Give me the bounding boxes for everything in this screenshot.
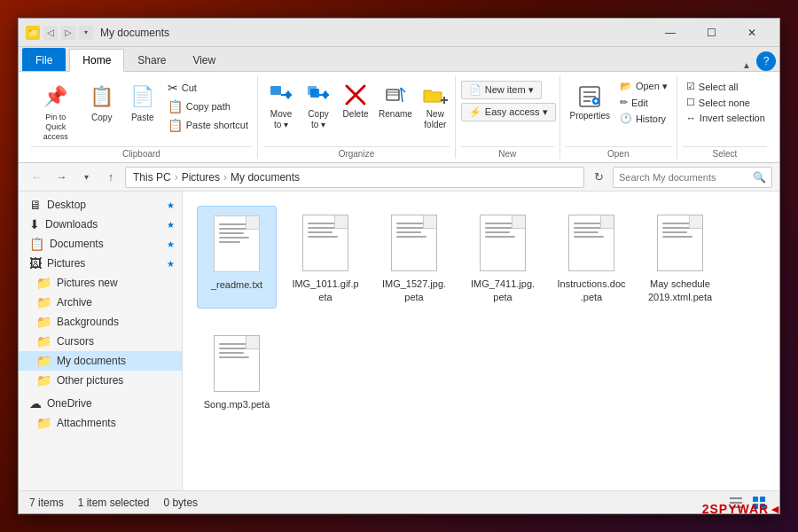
copy-to-button[interactable]: Copyto ▾ [301,79,336,132]
file-item-song[interactable]: Song.mp3.peta [197,326,277,416]
search-icon: 🔍 [753,171,766,184]
recent-locations-button[interactable]: ▾ [75,167,97,188]
history-icon: 🕐 [620,113,632,124]
close-button[interactable]: ✕ [732,19,772,47]
tab-file[interactable]: File [22,48,66,71]
cut-button[interactable]: ✂ Cut [164,79,252,97]
new-item-label: New item ▾ [485,84,534,96]
path-this-pc: This PC [133,171,171,184]
file-item-readme[interactable]: _readme.txt [197,206,277,309]
file-icon-instructions [563,211,620,275]
sidebar-item-my-documents[interactable]: 📁 My documents [19,351,182,371]
selected-count: 1 item selected [78,497,150,509]
address-path[interactable]: This PC › Pictures › My documents [125,167,584,188]
copy-button[interactable]: 📋 Copy [82,79,121,126]
edit-icon: ✏ [620,97,628,108]
edit-label: Edit [631,98,648,108]
svg-rect-30 [753,504,758,509]
select-all-label: Select all [699,82,739,92]
delete-button[interactable]: Delete [338,79,373,121]
sidebar-item-archive[interactable]: 📁 Archive [19,293,182,312]
edit-button[interactable]: ✏ Edit [616,95,671,110]
file-name-readme: _readme.txt [211,278,262,291]
content-area: 🖥 Desktop ★ ⬇ Downloads ★ 📋 Documents ★ … [19,192,779,490]
file-item-img1527[interactable]: IMG_1527.jpg.peta [374,206,454,309]
file-icon-img1527 [386,211,442,275]
file-item-may-schedule[interactable]: May schedule 2019.xtml.peta [640,206,720,309]
large-icons-view-button[interactable] [749,495,769,511]
organize-group-label: Organize [263,146,450,159]
sidebar-item-backgrounds[interactable]: 📁 Backgrounds [19,312,182,332]
minimize-button[interactable]: — [650,19,691,47]
svg-rect-31 [760,504,765,509]
properties-button[interactable]: Properties [566,79,614,124]
file-item-instructions[interactable]: Instructions.doc.peta [552,206,631,309]
easy-access-button[interactable]: ⚡ Easy access ▾ [461,103,556,121]
svg-rect-29 [760,497,765,502]
sidebar-item-downloads-label: Downloads [45,218,98,231]
up-button[interactable]: ↑ [100,167,121,188]
recent-icon-tb: ▾ [79,26,93,40]
sidebar-item-pictures-new[interactable]: 📁 Pictures new [19,273,182,293]
help-button[interactable]: ? [756,51,776,71]
tab-view[interactable]: View [179,48,229,71]
pin-to-quick-access-button[interactable]: 📌 Pin to Quickaccess [31,79,81,145]
paste-shortcut-button[interactable]: 📋 Paste shortcut [164,116,252,134]
sidebar-item-onedrive[interactable]: ☁ OneDrive [19,394,182,413]
move-to-label: Moveto ▾ [270,109,292,130]
sidebar-item-attachments[interactable]: 📁 Attachments [19,413,182,433]
file-name-img1011: IMG_1011.gif.peta [291,278,360,303]
paste-shortcut-label: Paste shortcut [186,120,248,130]
move-to-button[interactable]: Moveto ▾ [263,79,299,132]
file-item-img7411[interactable]: IMG_7411.jpg.peta [463,206,543,309]
open-button[interactable]: 📂 Open ▾ [616,79,671,94]
copy-path-button[interactable]: 📋 Copy path [164,98,252,115]
file-item-img1011[interactable]: IMG_1011.gif.peta [286,206,365,309]
details-view-button[interactable] [726,495,746,511]
file-icon-img7411 [474,211,531,275]
my-documents-icon: 📁 [36,354,51,368]
copy-to-icon [304,81,332,109]
title-bar-icons: 📁 ◁ ▷ ▾ [26,26,93,40]
new-folder-button[interactable]: Newfolder [418,79,453,132]
refresh-button[interactable]: ↻ [588,167,609,188]
pin-indicator-desktop: ★ [167,200,175,210]
sidebar-item-desktop[interactable]: 🖥 Desktop ★ [19,195,182,215]
sidebar-item-downloads[interactable]: ⬇ Downloads ★ [19,215,182,234]
sidebar-item-other-pictures[interactable]: 📁 Other pictures [19,371,182,390]
back-button[interactable]: ← [26,167,47,188]
backgrounds-icon: 📁 [36,315,51,329]
paste-shortcut-icon: 📋 [168,118,183,132]
sidebar-item-documents[interactable]: 📋 Documents ★ [19,234,182,254]
tab-share[interactable]: Share [124,48,179,71]
sidebar-item-cursors[interactable]: 📁 Cursors [19,332,182,351]
forward-button[interactable]: → [51,167,72,188]
open-icon: 📂 [620,81,632,92]
file-name-song: Song.mp3.peta [204,398,270,411]
sidebar-item-my-documents-label: My documents [57,355,126,367]
select-all-button[interactable]: ☑ Select all [683,79,769,94]
select-none-label: Select none [699,98,750,108]
tab-home[interactable]: Home [69,49,124,72]
invert-selection-button[interactable]: ↔ Invert selection [683,111,769,125]
sidebar-item-pictures-label: Pictures [47,257,85,270]
sidebar-item-other-pictures-label: Other pictures [57,374,123,387]
invert-selection-icon: ↔ [686,113,696,123]
ribbon-group-new: 📄 New item ▾ ⚡ Easy access ▾ New [456,75,560,159]
sidebar-item-onedrive-label: OneDrive [47,397,92,410]
search-box[interactable]: 🔍 [613,167,772,188]
pin-label: Pin to Quickaccess [36,113,75,141]
sidebar-item-attachments-label: Attachments [57,417,116,429]
ribbon-group-select: ☑ Select all ☐ Select none ↔ Invert sele… [677,75,772,159]
search-input[interactable] [619,172,749,183]
rename-button[interactable]: Rename [375,79,416,121]
select-none-button[interactable]: ☐ Select none [683,95,769,110]
paste-button[interactable]: 📄 Paste [123,79,162,126]
ribbon-tabs: File Home Share View ▲ ? [19,47,779,72]
new-item-button[interactable]: 📄 New item ▾ [461,81,542,99]
history-button[interactable]: 🕐 History [616,111,671,126]
sidebar-item-pictures[interactable]: 🖼 Pictures ★ [19,254,182,273]
maximize-button[interactable]: ☐ [691,19,732,47]
desktop-icon: 🖥 [29,198,42,212]
ribbon-collapse-button[interactable]: ▲ [740,59,753,71]
